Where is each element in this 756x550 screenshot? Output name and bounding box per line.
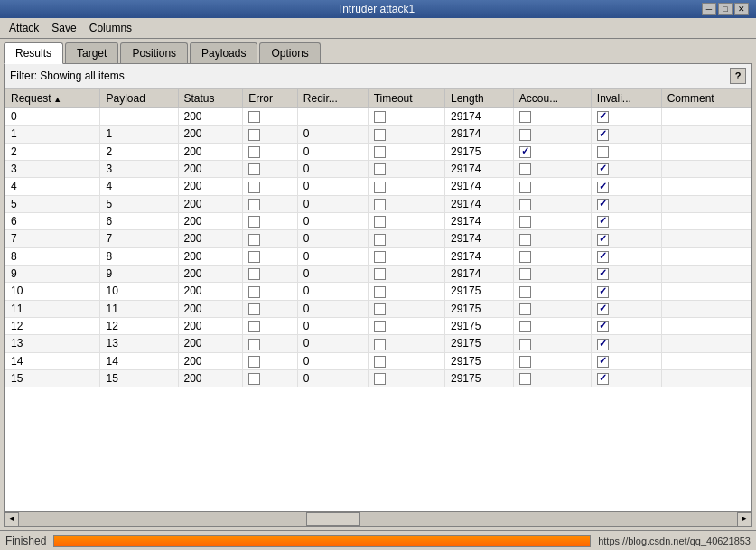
checkbox-error[interactable] — [248, 129, 260, 141]
table-row[interactable]: 99200029174 — [5, 265, 751, 282]
checkbox-invalid[interactable] — [597, 286, 609, 298]
col-header-error[interactable]: Error — [243, 89, 298, 108]
checkbox-timeout[interactable] — [374, 373, 386, 385]
tab-results[interactable]: Results — [4, 42, 63, 64]
table-row[interactable]: 55200029174 — [5, 195, 751, 212]
checkbox-error[interactable] — [248, 303, 260, 315]
checkbox-invalid[interactable] — [597, 216, 609, 228]
horizontal-scrollbar[interactable]: ◄ ► — [5, 511, 751, 526]
checkbox-account[interactable] — [519, 111, 531, 123]
checkbox-invalid[interactable] — [597, 129, 609, 141]
table-row[interactable]: 22200029175 — [5, 143, 751, 160]
checkbox-error[interactable] — [248, 234, 260, 246]
checkbox-timeout[interactable] — [374, 321, 386, 332]
col-header-status[interactable]: Status — [178, 89, 243, 108]
scroll-right-btn[interactable]: ► — [737, 512, 751, 527]
checkbox-timeout[interactable] — [374, 146, 386, 158]
checkbox-account[interactable] — [519, 321, 531, 332]
table-row[interactable]: 1111200029175 — [5, 300, 751, 317]
checkbox-error[interactable] — [248, 146, 260, 158]
close-button[interactable]: ✕ — [734, 3, 749, 15]
checkbox-timeout[interactable] — [374, 216, 386, 228]
scrollbar-thumb[interactable] — [306, 512, 360, 526]
checkbox-error[interactable] — [248, 216, 260, 228]
checkbox-account[interactable] — [519, 129, 531, 141]
checkbox-timeout[interactable] — [374, 199, 386, 210]
checkbox-error[interactable] — [248, 356, 260, 368]
checkbox-account[interactable] — [519, 146, 531, 158]
checkbox-timeout[interactable] — [374, 303, 386, 315]
checkbox-error[interactable] — [248, 163, 260, 175]
table-row[interactable]: 1414200029175 — [5, 352, 751, 369]
table-row[interactable]: 44200029174 — [5, 178, 751, 195]
checkbox-timeout[interactable] — [374, 268, 386, 280]
filter-help-button[interactable]: ? — [730, 68, 746, 84]
table-row[interactable]: 77200029174 — [5, 230, 751, 247]
checkbox-account[interactable] — [519, 182, 531, 193]
tab-options[interactable]: Options — [259, 42, 320, 63]
checkbox-error[interactable] — [248, 339, 260, 350]
tab-payloads[interactable]: Payloads — [190, 42, 257, 63]
checkbox-error[interactable] — [248, 286, 260, 298]
checkbox-error[interactable] — [248, 268, 260, 280]
restore-button[interactable]: □ — [718, 3, 733, 15]
menu-attack[interactable]: Attack — [4, 20, 44, 36]
checkbox-account[interactable] — [519, 286, 531, 298]
checkbox-error[interactable] — [248, 251, 260, 263]
menu-save[interactable]: Save — [46, 20, 81, 36]
table-row[interactable]: 1515200029175 — [5, 369, 751, 387]
checkbox-timeout[interactable] — [374, 356, 386, 368]
table-row[interactable]: 88200029174 — [5, 247, 751, 265]
checkbox-error[interactable] — [248, 182, 260, 193]
checkbox-account[interactable] — [519, 373, 531, 385]
col-header-comment[interactable]: Comment — [661, 89, 751, 108]
col-header-account[interactable]: Accou... — [513, 89, 591, 108]
table-row[interactable]: 33200029174 — [5, 160, 751, 177]
col-header-invalid[interactable]: Invali... — [591, 89, 661, 108]
checkbox-timeout[interactable] — [374, 111, 386, 123]
checkbox-invalid[interactable] — [597, 339, 609, 350]
checkbox-timeout[interactable] — [374, 339, 386, 350]
checkbox-invalid[interactable] — [597, 199, 609, 210]
checkbox-account[interactable] — [519, 339, 531, 350]
table-row[interactable]: 1212200029175 — [5, 317, 751, 334]
col-header-request[interactable]: Request — [5, 89, 100, 108]
checkbox-account[interactable] — [519, 199, 531, 210]
checkbox-invalid[interactable] — [597, 268, 609, 280]
checkbox-timeout[interactable] — [374, 163, 386, 175]
minimize-button[interactable]: ─ — [702, 3, 716, 15]
checkbox-invalid[interactable] — [597, 111, 609, 123]
checkbox-invalid[interactable] — [597, 146, 609, 158]
checkbox-error[interactable] — [248, 111, 260, 123]
checkbox-invalid[interactable] — [597, 163, 609, 175]
table-row[interactable]: 1313200029175 — [5, 335, 751, 352]
checkbox-account[interactable] — [519, 216, 531, 228]
scroll-left-btn[interactable]: ◄ — [5, 512, 19, 527]
checkbox-timeout[interactable] — [374, 286, 386, 298]
checkbox-account[interactable] — [519, 234, 531, 246]
checkbox-account[interactable] — [519, 251, 531, 263]
checkbox-invalid[interactable] — [597, 373, 609, 385]
table-row[interactable]: 020029174 — [5, 108, 751, 126]
tab-positions[interactable]: Positions — [120, 42, 188, 63]
col-header-timeout[interactable]: Timeout — [368, 89, 444, 108]
results-table-container[interactable]: Request Payload Status Error Redir... Ti… — [5, 89, 751, 511]
checkbox-account[interactable] — [519, 303, 531, 315]
scrollbar-track[interactable] — [19, 512, 737, 526]
menu-columns[interactable]: Columns — [84, 20, 137, 36]
checkbox-invalid[interactable] — [597, 234, 609, 246]
checkbox-error[interactable] — [248, 199, 260, 210]
checkbox-invalid[interactable] — [597, 303, 609, 315]
checkbox-timeout[interactable] — [374, 129, 386, 141]
checkbox-error[interactable] — [248, 321, 260, 332]
checkbox-invalid[interactable] — [597, 182, 609, 193]
checkbox-timeout[interactable] — [374, 251, 386, 263]
checkbox-account[interactable] — [519, 268, 531, 280]
tab-target[interactable]: Target — [65, 42, 118, 63]
checkbox-invalid[interactable] — [597, 251, 609, 263]
checkbox-error[interactable] — [248, 373, 260, 385]
col-header-redirect[interactable]: Redir... — [297, 89, 368, 108]
checkbox-invalid[interactable] — [597, 321, 609, 332]
table-row[interactable]: 11200029174 — [5, 126, 751, 143]
table-row[interactable]: 66200029174 — [5, 212, 751, 229]
